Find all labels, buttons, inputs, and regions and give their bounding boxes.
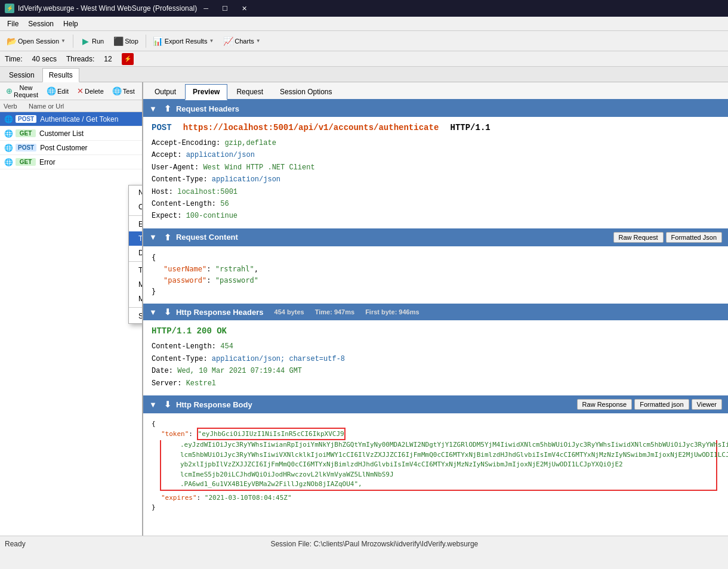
test-icon: 🌐 <box>112 86 122 95</box>
row-icon: 🌐 <box>4 115 13 124</box>
tab-request[interactable]: Request <box>229 84 271 99</box>
app-icon: ⚡ <box>5 4 14 13</box>
ctx-copy-request[interactable]: Copy from Request <box>129 200 143 214</box>
time-value: 40 secs <box>32 55 57 63</box>
list-item[interactable]: 🌐 GET Error <box>0 155 142 169</box>
list-item[interactable]: 🌐 POST Post Customer <box>0 141 142 155</box>
http-method: POST <box>152 123 172 132</box>
request-content-section-header: ▼ ⬆ Request Content Raw Request Formatte… <box>143 228 728 246</box>
menu-session[interactable]: Session <box>23 18 58 29</box>
formatted-json-response-button[interactable]: Formatted json <box>634 399 689 410</box>
open-dropdown-arrow[interactable]: ▼ <box>61 38 66 44</box>
list-header: Verb Name or Url <box>0 100 142 112</box>
menu-file[interactable]: File <box>2 18 23 29</box>
response-body-content: { "token": "eyJhbGciOiJIUzI1NiIsInR5cCI6… <box>143 413 728 519</box>
ctx-move-up[interactable]: Move up Ctrl+Up <box>129 277 143 292</box>
session-tab-bar: Session Results <box>0 67 728 82</box>
time-label: Time: <box>5 55 23 63</box>
rc-toggle[interactable]: ▼ <box>149 233 157 242</box>
row-icon: 🌐 <box>4 143 13 153</box>
rsh-toggle[interactable]: ▼ <box>149 308 157 317</box>
header-content-length: Content-Length: 56 <box>152 198 720 210</box>
ctx-save-session[interactable]: Save Session to File Ctrl+S <box>129 309 143 323</box>
rb-title: Http Response Body <box>176 400 252 409</box>
rsh-title: Http Response Headers <box>176 308 264 317</box>
right-content: ▼ ⬆ Request Headers POST https://localho… <box>143 100 728 536</box>
resp-header-server: Server: Kestrel <box>152 378 720 389</box>
raw-response-button[interactable]: Raw Response <box>577 399 633 410</box>
tab-results[interactable]: Results <box>42 68 79 82</box>
verb-badge: POST <box>16 115 36 123</box>
header-content-type: Content-Type: application/json <box>152 174 720 185</box>
resp-header-content-type: Content-Type: application/json; charset=… <box>152 353 720 365</box>
all-button[interactable]: 🌐 All <box>140 84 143 98</box>
export-dropdown-arrow[interactable]: ▼ <box>209 38 214 44</box>
run-button[interactable]: ▶ Run <box>76 34 108 48</box>
http-status: HTTP/1.1 200 OK <box>152 326 227 336</box>
rb-icon: ⬇ <box>164 400 171 409</box>
edit-action-icon: 🌐 <box>47 86 56 95</box>
test-button[interactable]: 🌐 Test <box>109 84 138 98</box>
context-menu: New Request Alt+N Copy from Request Edit… <box>128 185 143 324</box>
ctx-move-down[interactable]: Move down Ctrl+Down <box>129 292 143 306</box>
threads-value: 12 <box>104 55 112 63</box>
ctx-toggle-state[interactable]: Toggle Active State Ctrl+I <box>129 263 143 277</box>
viewer-button[interactable]: Viewer <box>692 399 722 410</box>
rsh-bytes: 454 bytes <box>274 308 304 316</box>
ctx-test-request[interactable]: Test Request Alt+T <box>129 231 143 246</box>
tab-preview[interactable]: Preview <box>185 84 227 100</box>
stop-button[interactable]: ⬛ Stop <box>109 34 143 48</box>
minimize-button[interactable]: ─ <box>197 2 215 14</box>
rh-title: Request Headers <box>176 104 239 113</box>
tab-session-options[interactable]: Session Options <box>272 84 340 99</box>
edit-action-button[interactable]: 🌐 Edit <box>43 84 72 98</box>
menu-help[interactable]: Help <box>58 18 83 29</box>
close-button[interactable]: ✕ <box>235 2 253 14</box>
list-item[interactable]: 🌐 GET Customer List <box>0 126 142 141</box>
run-icon: ▶ <box>81 36 90 46</box>
charts-button[interactable]: 📈 Charts ▼ <box>219 34 264 48</box>
open-icon: 📂 <box>7 36 16 46</box>
header-accept: Accept: application/json <box>152 149 720 161</box>
verb-badge: GET <box>16 129 36 137</box>
export-button[interactable]: 📊 Export Results ▼ <box>149 34 218 48</box>
open-session-button[interactable]: 📂 Open Session ▼ <box>2 34 70 48</box>
response-body-section-header: ▼ ⬇ Http Response Body Raw Response Form… <box>143 395 728 413</box>
ctx-edit-request[interactable]: Edit Request Alt+E <box>129 217 143 231</box>
formatted-json-request-button[interactable]: Formatted Json <box>666 232 722 243</box>
charts-icon: 📈 <box>223 36 233 46</box>
rh-icon: ⬆ <box>164 104 171 113</box>
rc-title: Request Content <box>176 233 238 242</box>
ctx-delete-request[interactable]: Delete Request Del <box>129 246 143 260</box>
header-accept-encoding: Accept-Encoding: gzip,deflate <box>152 137 720 149</box>
delete-button[interactable]: ✕ Delete <box>73 84 107 98</box>
ctx-sep1 <box>129 215 143 216</box>
tab-output[interactable]: Output <box>147 84 184 99</box>
list-item[interactable]: 🌐 POST Authenticate / Get Token <box>0 112 142 126</box>
toolbar: 📂 Open Session ▼ ▶ Run ⬛ Stop 📊 Export R… <box>0 31 728 51</box>
response-headers-section-header: ▼ ⬇ Http Response Headers 454 bytes Time… <box>143 304 728 320</box>
rh-toggle[interactable]: ▼ <box>149 104 157 113</box>
row-icon: 🌐 <box>4 157 13 167</box>
ctx-new-request[interactable]: New Request Alt+N <box>129 185 143 200</box>
maximize-button[interactable]: ☐ <box>216 2 234 14</box>
request-headers-section-header: ▼ ⬆ Request Headers <box>143 100 728 117</box>
rsh-icon: ⬇ <box>164 307 171 317</box>
charts-dropdown-arrow[interactable]: ▼ <box>256 38 261 44</box>
output-tab-bar: Output Preview Request Session Options <box>143 82 728 100</box>
raw-request-button[interactable]: Raw Request <box>613 232 664 243</box>
new-request-button[interactable]: ⊕ New Request <box>2 82 42 101</box>
request-headers-content: POST https://localhost:5001/api/v1/accou… <box>143 117 728 228</box>
tab-session[interactable]: Session <box>2 68 41 82</box>
session-file-path: Session File: C:\clients\Paul Mrozowski\… <box>26 540 723 548</box>
rb-toggle[interactable]: ▼ <box>149 400 157 409</box>
resp-header-date: Date: Wed, 10 Mar 2021 07:19:44 GMT <box>152 365 720 377</box>
left-panel: ⊕ New Request 🌐 Edit ✕ Delete 🌐 Test 🌐 A… <box>0 82 143 536</box>
rsh-time: Time: 947ms <box>315 308 354 316</box>
titlebar: ⚡ IdVerify.websurge - West Wind WebSurge… <box>0 0 728 17</box>
status-indicator: ⚡ <box>122 53 134 65</box>
header-expect: Expect: 100-continue <box>152 210 720 222</box>
row-icon: 🌐 <box>4 129 13 138</box>
row-name: Error <box>39 158 138 166</box>
row-name: Customer List <box>39 129 138 138</box>
